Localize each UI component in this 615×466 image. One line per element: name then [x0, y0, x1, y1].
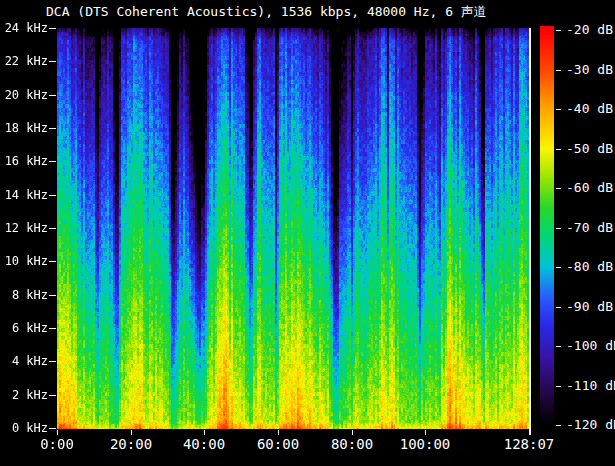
freq-tick-mark [49, 128, 56, 129]
db-tick-label: -60 dB [566, 181, 613, 195]
time-tick-label: 128:07 [504, 437, 555, 452]
db-tick-mark [556, 228, 561, 229]
time-tick-mark [131, 430, 132, 435]
time-tick-mark [204, 430, 205, 435]
db-tick-mark [556, 307, 561, 308]
freq-tick-label: 14 kHz [0, 188, 48, 202]
freq-tick-mark [49, 328, 56, 329]
db-tick-label: -110 dB [566, 379, 615, 393]
db-tick-label: -70 dB [566, 221, 613, 235]
freq-tick-label: 16 kHz [0, 154, 48, 168]
freq-tick-label: 22 kHz [0, 54, 48, 68]
db-tick-mark [556, 188, 561, 189]
db-tick-mark [556, 149, 561, 150]
db-tick-label: -20 dB [566, 23, 613, 37]
time-tick-mark [278, 430, 279, 435]
freq-tick-mark [49, 395, 56, 396]
time-tick-label: 0:00 [40, 437, 74, 452]
freq-tick-label: 0 kHz [0, 421, 48, 435]
freq-tick-label: 24 kHz [0, 21, 48, 35]
freq-tick-mark [49, 195, 56, 196]
spectrogram-window: DCA (DTS Coherent Acoustics), 1536 kbps,… [0, 0, 615, 466]
db-tick-label: -120 dB [566, 418, 615, 432]
freq-tick-label: 2 kHz [0, 388, 48, 402]
db-tick-mark [556, 30, 561, 31]
time-tick-mark [352, 430, 353, 435]
time-tick-mark [529, 430, 530, 435]
freq-tick-label: 10 kHz [0, 254, 48, 268]
time-tick-label: 20:00 [110, 437, 152, 452]
freq-tick-mark [49, 95, 56, 96]
freq-tick-label: 12 kHz [0, 221, 48, 235]
db-tick-mark [556, 425, 561, 426]
time-tick-label: 100:00 [400, 437, 451, 452]
time-tick-label: 60:00 [257, 437, 299, 452]
freq-tick-mark [49, 28, 56, 29]
freq-tick-label: 20 kHz [0, 88, 48, 102]
db-tick-mark [556, 386, 561, 387]
db-tick-label: -90 dB [566, 300, 613, 314]
page-title: DCA (DTS Coherent Acoustics), 1536 kbps,… [46, 4, 487, 20]
freq-tick-label: 6 kHz [0, 321, 48, 335]
time-tick-label: 40:00 [183, 437, 225, 452]
db-tick-label: -100 dB [566, 339, 615, 353]
db-tick-mark [556, 267, 561, 268]
time-tick-mark [425, 430, 426, 435]
freq-tick-label: 4 kHz [0, 354, 48, 368]
db-tick-mark [556, 346, 561, 347]
freq-tick-label: 18 kHz [0, 121, 48, 135]
colorbar [540, 26, 554, 430]
freq-tick-mark [49, 161, 56, 162]
freq-tick-mark [49, 428, 56, 429]
db-tick-label: -40 dB [566, 102, 613, 116]
db-tick-mark [556, 109, 561, 110]
freq-tick-mark [49, 61, 56, 62]
plot-right-border [529, 28, 531, 435]
freq-tick-label: 8 kHz [0, 288, 48, 302]
freq-tick-mark [49, 261, 56, 262]
db-tick-label: -50 dB [566, 142, 613, 156]
db-tick-mark [556, 70, 561, 71]
freq-tick-mark [49, 361, 56, 362]
time-tick-mark [57, 430, 58, 435]
freq-tick-mark [49, 228, 56, 229]
db-tick-label: -80 dB [566, 260, 613, 274]
freq-tick-mark [49, 295, 56, 296]
time-tick-label: 80:00 [331, 437, 373, 452]
db-tick-label: -30 dB [566, 63, 613, 77]
spectrogram-plot [57, 28, 529, 429]
